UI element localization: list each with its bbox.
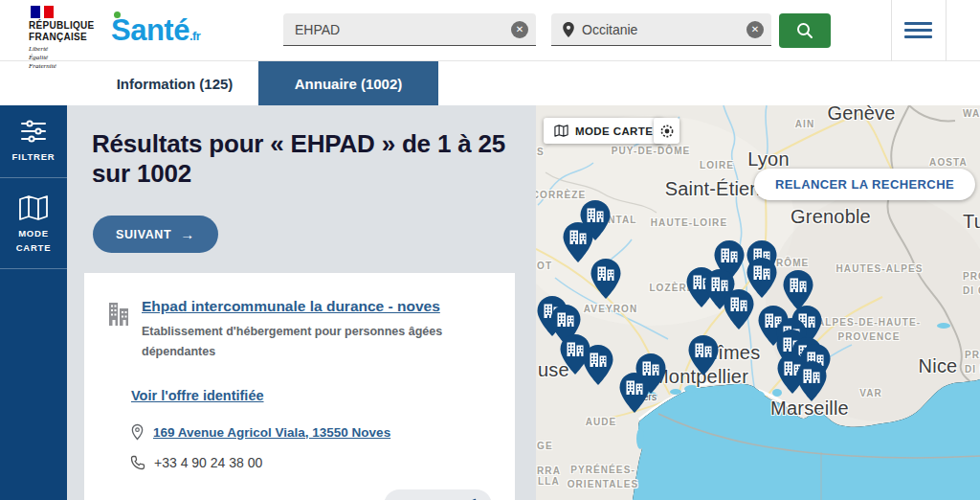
french-flag-icon [31,6,100,18]
results-panel: Résultats pour « EHPAD » de 1 à 25 sur 1… [67,105,536,500]
header-divider [946,0,947,61]
gov-motto-2: Égalité [29,54,100,62]
page-title: Résultats pour « EHPAD » de 1 à 25 sur 1… [92,129,517,189]
map-panel[interactable]: GenèveLyonSaint-ÉtienneGrenobleTurinNîme… [536,105,980,500]
relancer-recherche-button[interactable]: RELANCER LA RECHERCHE [754,169,975,200]
search-query-field: ✕ [283,13,536,46]
header: RÉPUBLIQUE FRANÇAISE Liberté Égalité Fra… [0,0,980,61]
magnifier-icon [795,21,814,40]
tab-bar: Information (125) Annuaire (1002) [0,61,980,105]
sante-logo-green-dot [114,11,121,18]
result-title-link[interactable]: Ehpad intercommunale la durance - noves [142,297,448,316]
sidebar-item-mode-carte[interactable]: MODE CARTE [0,178,67,269]
sidebar-item-filtrer[interactable]: FILTRER [0,105,67,178]
address-pin-icon [130,423,145,441]
map-pin[interactable] [582,344,614,386]
sidebar: FILTRER MODE CARTE [0,105,67,500]
address-row: 169 Avenue Agricol Viala, 13550 Noves [130,423,492,441]
gov-name-line1: RÉPUBLIQUE [29,20,95,31]
filter-sliders-icon [19,119,48,144]
gov-motto-1: Liberté [29,45,100,54]
search-query-input[interactable] [295,13,472,45]
map-canvas [536,105,980,500]
clear-query-icon[interactable]: ✕ [511,21,528,38]
gouv-logo: RÉPUBLIQUE FRANÇAISE Liberté Égalité Fra… [29,6,100,70]
phone-icon [130,455,145,470]
sidebar-mode-carte-label: MODE CARTE [11,227,56,255]
target-icon [659,124,675,139]
go-there-button[interactable]: Y ALLER [384,489,492,500]
phone-number: +33 4 90 24 38 00 [154,455,262,470]
map-pin[interactable] [687,334,720,376]
header-divider [891,0,892,61]
search-button[interactable] [779,13,831,48]
next-page-button[interactable]: SUIVANT→ [93,216,218,253]
menu-hamburger-icon[interactable] [904,22,932,42]
map-pin[interactable] [618,372,651,414]
offer-link[interactable]: Voir l'offre identifiée [131,388,492,403]
clear-location-icon[interactable]: ✕ [746,21,764,38]
map-icon [18,195,49,220]
address-link[interactable]: 169 Avenue Agricol Viala, 13550 Noves [153,425,390,440]
building-icon [107,299,132,328]
gov-name-line2: FRANÇAISE [29,32,87,42]
tab-information[interactable]: Information (125) [91,61,258,105]
location-pin-icon [561,21,576,38]
tab-annuaire[interactable]: Annuaire (1002) [258,61,438,105]
search-location-field: ✕ [551,13,771,46]
arrow-right-icon: → [180,226,195,242]
sante-logo[interactable]: Santé.fr [111,13,200,48]
map-pin[interactable] [723,288,755,330]
result-subtitle: Etablissement d'hébergement pour personn… [142,322,448,364]
sidebar-filtrer-label: FILTRER [11,150,55,164]
locate-me-button[interactable] [654,118,679,144]
phone-row: +33 4 90 24 38 00 [130,455,492,470]
gov-motto-3: Fraternité [29,62,100,71]
map-pin[interactable] [590,258,622,300]
map-pin[interactable] [795,360,828,402]
search-location-input[interactable] [582,13,736,45]
map-icon [554,125,568,137]
map-mode-carte-button[interactable]: MODE CARTE [544,118,663,144]
result-card: Ehpad intercommunale la durance - noves … [84,273,515,500]
